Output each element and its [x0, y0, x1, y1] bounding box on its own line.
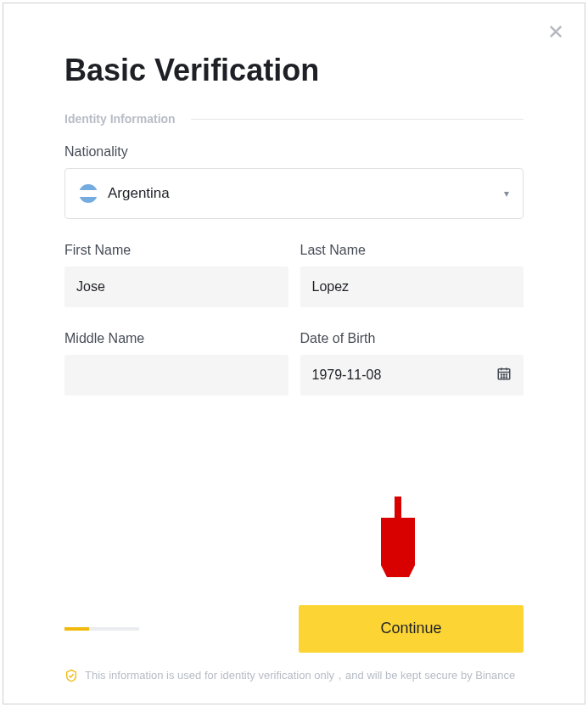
last-name-label: Last Name: [300, 243, 524, 258]
progress-step-active: [64, 627, 89, 631]
progress-indicator: [64, 627, 139, 631]
verification-modal: ✕ Basic Verification Identity Informatio…: [3, 3, 585, 704]
middle-name-input[interactable]: [64, 355, 288, 396]
first-name-input[interactable]: [64, 267, 288, 307]
close-button[interactable]: ✕: [546, 22, 566, 42]
divider: [191, 119, 524, 120]
page-title: Basic Verification: [64, 53, 524, 88]
progress-step-inactive: [89, 627, 114, 631]
first-name-label: First Name: [64, 243, 288, 258]
flag-icon: [79, 184, 98, 203]
disclaimer: This information is used for identity ve…: [64, 668, 524, 687]
nationality-value: Argentina: [108, 185, 504, 202]
progress-step-inactive: [115, 627, 139, 631]
close-icon: ✕: [547, 20, 564, 44]
nationality-label: Nationality: [64, 144, 524, 160]
nationality-select[interactable]: Argentina ▾: [64, 168, 524, 219]
dob-label: Date of Birth: [300, 331, 524, 346]
chevron-down-icon: ▾: [504, 188, 509, 199]
section-header: Identity Information: [64, 112, 524, 126]
disclaimer-text: This information is used for identity ve…: [85, 668, 515, 683]
section-label: Identity Information: [64, 112, 176, 126]
dob-input[interactable]: [300, 355, 524, 396]
continue-button[interactable]: Continue: [299, 605, 524, 653]
middle-name-label: Middle Name: [64, 331, 288, 346]
last-name-input[interactable]: [300, 267, 524, 307]
shield-icon: [64, 669, 78, 687]
